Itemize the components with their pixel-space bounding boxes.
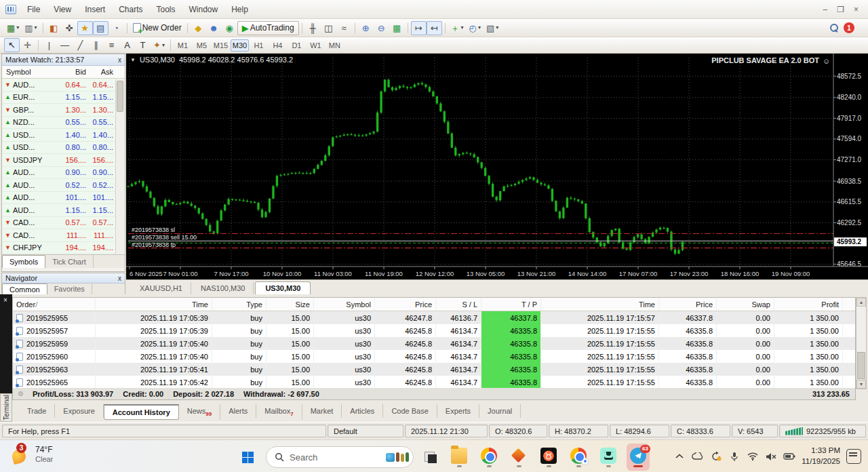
- taskbar-mt-app[interactable]: [507, 444, 530, 471]
- terminal-tab-exposure[interactable]: Exposure: [55, 404, 103, 418]
- column-header-symbol[interactable]: Symbol: [314, 298, 375, 311]
- tile-windows-button[interactable]: ▦: [389, 21, 405, 35]
- market-watch-row[interactable]: ▲NZD...0.55...0.55...: [2, 117, 125, 130]
- chart-tab-us30-m30[interactable]: US30,M30: [255, 281, 311, 294]
- strategy-tester-button[interactable]: ◔: [108, 21, 124, 35]
- zoom-out-button[interactable]: ⊖: [374, 21, 389, 35]
- market-watch-row[interactable]: ▲AUD...1.15...1.15...: [2, 204, 125, 217]
- scroll-up-icon[interactable]: ▲: [856, 298, 866, 307]
- bar-chart-button[interactable]: ╫: [305, 21, 321, 35]
- column-header-time[interactable]: Time: [541, 298, 659, 311]
- terminal-tab-articles[interactable]: Articles: [342, 404, 383, 418]
- market-watch-row[interactable]: ▼USDJPY156....156....: [2, 154, 125, 167]
- market-watch-tab-tick-chart[interactable]: Tick Chart: [45, 255, 94, 268]
- table-row[interactable]: 20195259592025.11.19 17:05:40buy15.00us3…: [13, 337, 855, 350]
- menu-window[interactable]: Window: [182, 3, 225, 16]
- vertical-line-tool[interactable]: |: [41, 38, 57, 52]
- market-watch-scrollbar[interactable]: [115, 79, 124, 254]
- menu-view[interactable]: View: [47, 3, 78, 16]
- taskbar-file-explorer[interactable]: [448, 444, 471, 471]
- fibonacci-tool[interactable]: ≡: [104, 38, 119, 52]
- column-header-t-p[interactable]: T / P: [481, 298, 541, 311]
- cursor-tool[interactable]: ↖: [4, 38, 20, 52]
- mw-column-symbol[interactable]: Symbol: [2, 68, 55, 76]
- menu-insert[interactable]: Insert: [78, 3, 112, 16]
- terminal-toggle[interactable]: ▤: [93, 21, 108, 35]
- horizontal-line-tool[interactable]: —: [57, 38, 73, 52]
- market-watch-row[interactable]: ▲USD...1.40...1.40...: [2, 129, 125, 142]
- timeframe-m15[interactable]: M15: [212, 39, 230, 52]
- label-tool[interactable]: T: [135, 38, 151, 52]
- menu-help[interactable]: Help: [224, 3, 255, 16]
- terminal-tab-code-base[interactable]: Code Base: [383, 404, 437, 418]
- task-view-button[interactable]: [420, 446, 441, 468]
- chart-area[interactable]: ▼ US30,M30 45998.2 46028.2 45976.6 45993…: [126, 54, 868, 279]
- menu-file[interactable]: File: [20, 3, 47, 16]
- table-row[interactable]: 20195259652025.11.19 17:05:42buy15.00us3…: [13, 376, 855, 389]
- microphone-icon[interactable]: [728, 450, 741, 463]
- notification-center-icon[interactable]: [846, 449, 861, 464]
- timeframe-h1[interactable]: H1: [250, 39, 268, 52]
- data-window-toggle[interactable]: ✜: [62, 21, 77, 35]
- column-header-order[interactable]: Order /: [13, 298, 96, 311]
- column-header-s-l[interactable]: S / L: [436, 298, 481, 311]
- profiles-button[interactable]: ▥▾: [22, 21, 39, 35]
- wifi-icon[interactable]: [747, 450, 759, 463]
- market-watch-row[interactable]: ▲AUD...0.52...0.52...: [2, 179, 125, 192]
- column-header-price[interactable]: Price: [375, 298, 436, 311]
- candlestick-chart[interactable]: 6 Nov 20257 Nov 01:007 Nov 17:0010 Nov 1…: [126, 54, 868, 279]
- battery-icon[interactable]: [783, 450, 795, 463]
- terminal-tab-alerts[interactable]: Alerts: [220, 404, 256, 418]
- market-watch-row[interactable]: ▼CAD...0.57...0.57...: [2, 217, 125, 230]
- new-chart-button[interactable]: ▦▾: [4, 21, 22, 35]
- scrollbar-thumb[interactable]: [857, 352, 865, 379]
- speaker-muted-icon[interactable]: [765, 450, 777, 463]
- chart-tab-xauusd-h1[interactable]: XAUUSD,H1: [132, 282, 191, 294]
- taskbar-clock[interactable]: 1:33 PM 11/19/2025: [802, 446, 840, 467]
- taskbar-weather-widget[interactable]: 3 74°F Clear: [9, 444, 53, 465]
- channel-tool[interactable]: ∥: [88, 38, 104, 52]
- table-row[interactable]: 20195259572025.11.19 17:05:39buy15.00us3…: [13, 324, 855, 337]
- sync-update-icon[interactable]: [710, 450, 722, 463]
- mw-column-ask[interactable]: Ask: [86, 68, 115, 76]
- indicators-button[interactable]: ＋▾: [448, 21, 467, 35]
- navigator-toggle[interactable]: ★: [77, 21, 93, 35]
- taskbar-search-box[interactable]: Search: [266, 446, 414, 468]
- trendline-tool[interactable]: ╱: [73, 38, 88, 52]
- table-row[interactable]: 20195259632025.11.19 17:05:41buy15.00us3…: [13, 363, 855, 376]
- market-watch-row[interactable]: ▼CHFJPY194....194....: [2, 242, 125, 255]
- chart-collapse-icon[interactable]: ▼: [130, 57, 136, 63]
- market-watch-toggle[interactable]: ◧: [46, 21, 62, 35]
- market-watch-row[interactable]: ▲AUD...101....101....: [2, 192, 125, 205]
- timeframe-h4[interactable]: H4: [269, 39, 287, 52]
- market-watch-row[interactable]: ▲USD...0.80...0.80...: [2, 142, 125, 155]
- start-button[interactable]: [236, 445, 259, 469]
- column-header-type[interactable]: Type: [212, 298, 267, 311]
- candlestick-chart-button[interactable]: ◫: [321, 21, 336, 35]
- timeframe-w1[interactable]: W1: [307, 39, 325, 52]
- auto-scroll-toggle[interactable]: ↦: [411, 21, 427, 35]
- search-icon[interactable]: [830, 24, 838, 32]
- terminal-tab-market[interactable]: Market: [302, 404, 342, 418]
- terminal-tab-trade[interactable]: Trade: [19, 404, 55, 418]
- signals-button[interactable]: ◉: [222, 21, 237, 35]
- taskbar-chrome[interactable]: [477, 444, 500, 471]
- new-order-button[interactable]: New Order: [130, 21, 184, 35]
- market-watch-tab-symbols[interactable]: Symbols: [2, 255, 45, 268]
- crosshair-tool[interactable]: ✛: [20, 38, 35, 52]
- navigator-tab-favorites[interactable]: Favorites: [47, 283, 92, 294]
- timeframe-m30[interactable]: M30: [231, 39, 249, 52]
- market-watch-row[interactable]: ▼CAD...111....111....: [2, 229, 125, 242]
- experts-button[interactable]: ☻: [206, 21, 222, 35]
- mw-column-bid[interactable]: Bid: [55, 68, 86, 76]
- column-header-swap[interactable]: Swap: [717, 298, 774, 311]
- chart-shift-toggle[interactable]: ↤: [427, 21, 442, 35]
- terminal-tab-mailbox[interactable]: Mailbox7: [256, 404, 302, 420]
- shapes-tool[interactable]: ✦▾: [151, 38, 167, 52]
- metaeditor-button[interactable]: ◆: [191, 21, 206, 35]
- terminal-close-icon[interactable]: ×: [3, 296, 7, 304]
- timeframe-mn[interactable]: MN: [326, 39, 344, 52]
- notification-badge[interactable]: 1: [844, 22, 854, 33]
- terminal-tab-experts[interactable]: Experts: [437, 404, 479, 418]
- column-header-time[interactable]: Time: [96, 298, 212, 311]
